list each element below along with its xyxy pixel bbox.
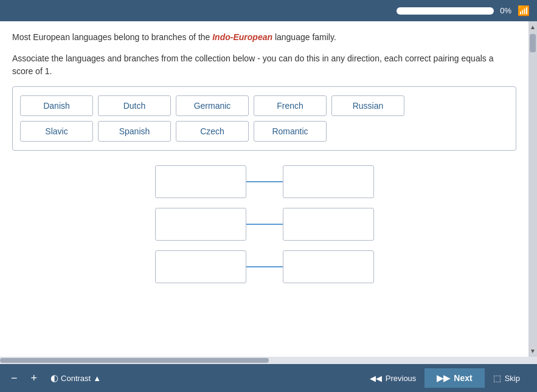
skip-button[interactable]: ⬚ Skip bbox=[485, 368, 528, 388]
pair-row-2 bbox=[155, 208, 374, 241]
next-skip-icon: ▶▶ bbox=[437, 373, 450, 383]
pairs-area bbox=[12, 165, 516, 283]
pair-connector-2 bbox=[246, 224, 283, 225]
plus-icon: + bbox=[31, 372, 38, 385]
skip-label: Skip bbox=[505, 374, 520, 383]
word-bank: Danish Dutch Germanic French Russian Sla… bbox=[12, 86, 516, 151]
scroll-container: Most European languages belong to branch… bbox=[0, 21, 537, 357]
contrast-circle-icon: ◐ bbox=[50, 373, 58, 383]
word-chip-slavic[interactable]: Slavic bbox=[20, 121, 93, 142]
pair-connector-3 bbox=[246, 266, 283, 267]
pair-slot-2-left[interactable] bbox=[155, 208, 246, 241]
progress-percent: 0% bbox=[500, 6, 511, 15]
scroll-thumb[interactable] bbox=[530, 34, 536, 52]
toolbar-right: ◀◀ Previous ▶▶ Next ⬚ Skip bbox=[361, 368, 528, 388]
toolbar-left: − + ◐ Contrast ▲ bbox=[9, 370, 361, 387]
word-chip-russian[interactable]: Russian bbox=[331, 95, 404, 116]
prev-skip-icon: ◀◀ bbox=[370, 374, 382, 383]
pair-slot-2-right[interactable] bbox=[283, 208, 374, 241]
word-bank-row-2: Slavic Spanish Czech Romantic bbox=[20, 121, 508, 142]
scroll-up-arrow[interactable]: ▲ bbox=[528, 22, 537, 32]
pair-connector-1 bbox=[246, 181, 283, 182]
instruction-text: Associate the languages and branches fro… bbox=[12, 52, 516, 78]
pair-slot-3-right[interactable] bbox=[283, 250, 374, 283]
contrast-button[interactable]: ◐ Contrast ▲ bbox=[48, 370, 103, 386]
intro-text-before: Most European languages belong to branch… bbox=[12, 32, 212, 42]
scroll-down-arrow[interactable]: ▼ bbox=[528, 346, 537, 356]
intro-paragraph: Most European languages belong to branch… bbox=[12, 31, 516, 44]
previous-label: Previous bbox=[386, 374, 417, 383]
intro-text-after: language family. bbox=[272, 32, 336, 42]
word-chip-danish[interactable]: Danish bbox=[20, 95, 93, 116]
word-chip-dutch[interactable]: Dutch bbox=[98, 95, 171, 116]
top-bar: 0% 📶 bbox=[0, 0, 537, 21]
skip-box-icon: ⬚ bbox=[493, 373, 501, 383]
main-content: Most European languages belong to branch… bbox=[0, 21, 528, 357]
word-chip-french[interactable]: French bbox=[254, 95, 327, 116]
word-chip-romantic[interactable]: Romantic bbox=[254, 121, 327, 142]
contrast-label: Contrast bbox=[61, 374, 91, 383]
bottom-toolbar: − + ◐ Contrast ▲ ◀◀ Previous ▶▶ Next ⬚ S… bbox=[0, 364, 537, 392]
previous-button[interactable]: ◀◀ Previous bbox=[361, 369, 425, 388]
word-chip-germanic[interactable]: Germanic bbox=[176, 95, 249, 116]
next-label: Next bbox=[454, 373, 472, 383]
word-bank-row-1: Danish Dutch Germanic French Russian bbox=[20, 95, 508, 116]
zoom-out-button[interactable]: − bbox=[9, 370, 20, 387]
word-chip-czech[interactable]: Czech bbox=[176, 121, 249, 142]
pair-slot-1-right[interactable] bbox=[283, 165, 374, 198]
word-chip-spanish[interactable]: Spanish bbox=[98, 121, 171, 142]
h-scroll-thumb[interactable] bbox=[0, 358, 269, 363]
zoom-in-button[interactable]: + bbox=[29, 370, 40, 387]
pair-slot-3-left[interactable] bbox=[155, 250, 246, 283]
next-button[interactable]: ▶▶ Next bbox=[424, 368, 484, 388]
horizontal-scrollbar[interactable] bbox=[0, 357, 537, 364]
minus-icon: − bbox=[11, 372, 18, 385]
pair-slot-1-left[interactable] bbox=[155, 165, 246, 198]
contrast-arrow: ▲ bbox=[93, 374, 101, 383]
indo-european-highlight: Indo-European bbox=[212, 32, 272, 42]
progress-bar bbox=[397, 7, 494, 15]
pair-row-3 bbox=[155, 250, 374, 283]
pair-row-1 bbox=[155, 165, 374, 198]
vertical-scrollbar[interactable]: ▲ ▼ bbox=[528, 21, 537, 357]
wifi-icon: 📶 bbox=[518, 5, 530, 16]
